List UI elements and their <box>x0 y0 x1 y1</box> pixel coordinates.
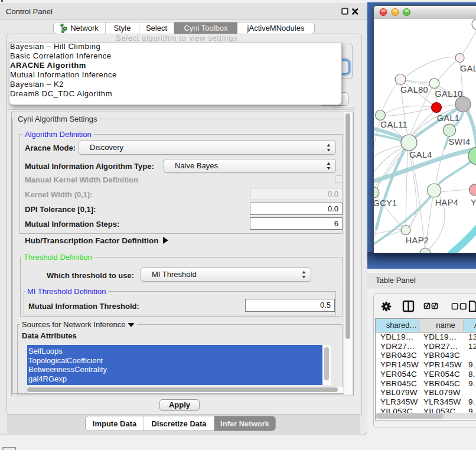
svg-text:GAL4: GAL4 <box>409 150 432 159</box>
svg-text:HAP4: HAP4 <box>435 198 458 207</box>
svg-text:GAL1: GAL1 <box>437 113 460 123</box>
svg-text:GAL11: GAL11 <box>380 120 407 129</box>
svg-text:HAP2: HAP2 <box>406 236 429 245</box>
svg-text:GAL10: GAL10 <box>435 89 462 99</box>
svg-text:GAL80: GAL80 <box>400 85 428 94</box>
svg-text:GAL7: GAL7 <box>460 64 476 73</box>
svg-text:SWI4: SWI4 <box>448 137 470 146</box>
svg-text:GCY1: GCY1 <box>374 198 397 208</box>
svg-text:Y: Y <box>471 198 476 207</box>
